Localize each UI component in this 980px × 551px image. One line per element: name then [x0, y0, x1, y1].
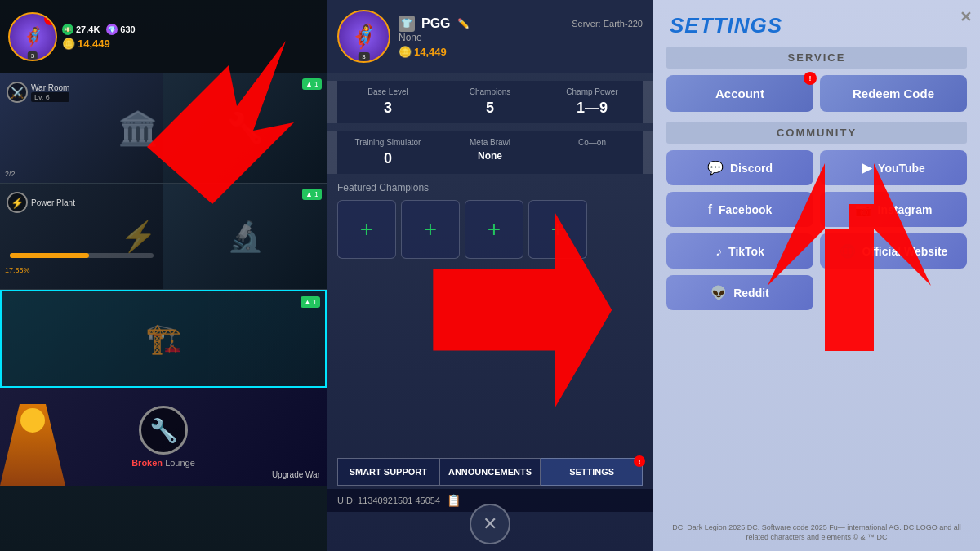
facebook-button[interactable]: f Facebook — [666, 192, 813, 227]
power-plant-label: Power Plant — [31, 198, 75, 207]
account-button[interactable]: Account ! — [666, 75, 813, 112]
cash-value: 27.4K — [76, 24, 100, 34]
left-panel: 🦸‍♀️ ! 3 💵 27.4K 💎 630 🪙 14,449 — [0, 0, 327, 551]
stat-label-3: Champ Power — [546, 87, 638, 96]
stat-value-2: 5 — [444, 100, 536, 117]
champ-slot-2[interactable]: + — [401, 200, 460, 259]
stat-co: Co—on — [541, 131, 643, 174]
reddit-icon: 👽 — [710, 285, 727, 300]
stat-value-1: 3 — [342, 100, 434, 117]
upgrade-badge-2: ▲ 1 — [302, 189, 322, 200]
middle-panel: 🦸‍♀️ 3 👕 PGG ✏️ Server: Earth-220 None 🪙… — [327, 0, 653, 551]
official-website-button[interactable]: 🌐 Official Website — [820, 233, 967, 269]
profile-guild: None — [399, 32, 643, 43]
settings-button[interactable]: SETTINGS ! — [541, 458, 643, 486]
hud-resources: 💵 27.4K 💎 630 🪙 14,449 — [62, 24, 318, 50]
close-button[interactable]: ✕ — [470, 504, 510, 544]
discord-button[interactable]: 💬 Discord — [666, 150, 813, 185]
stat-label-2: Champions — [444, 87, 536, 96]
featured-champions-section: Featured Champions + + + + — [327, 174, 653, 267]
facebook-icon: f — [708, 202, 712, 217]
profile-server: Server: Earth-220 — [572, 19, 643, 29]
stat-value-5: None — [444, 150, 536, 162]
reddit-button[interactable]: 👽 Reddit — [666, 275, 813, 310]
coin-icon: 🪙 — [62, 38, 75, 50]
right-num-2: 1 — [314, 190, 318, 198]
account-label: Account — [715, 87, 764, 100]
featured-title: Featured Champions — [337, 182, 643, 193]
stat-champ-power: Champ Power 1—9 — [541, 81, 643, 123]
gem-icon: 💎 — [106, 24, 118, 35]
tiktok-label: TikTok — [728, 245, 764, 258]
top-hud: 🦸‍♀️ ! 3 💵 27.4K 💎 630 🪙 14,449 — [0, 0, 327, 73]
gem-value: 630 — [120, 24, 135, 34]
discord-icon: 💬 — [707, 160, 724, 176]
war-room-level: Lv. 6 — [31, 92, 69, 102]
profile-name: PGG — [421, 16, 451, 31]
instagram-icon: 📷 — [855, 202, 871, 217]
discord-label: Discord — [730, 162, 773, 175]
official-icon: 🌐 — [840, 243, 856, 259]
stat-meta-brawl: Meta Brawl None — [439, 131, 541, 174]
broken-label: Broken Lounge — [131, 458, 195, 468]
lounge-label: Lounge — [165, 458, 195, 468]
power-plant-progress: 17:55% — [5, 266, 158, 274]
service-section-label: SERVICE — [666, 47, 967, 69]
youtube-button[interactable]: ▶ YouTube — [820, 150, 967, 185]
gem-resource: 💎 630 — [106, 24, 135, 35]
profile-gold: 🪙 14,449 — [399, 46, 643, 58]
smart-support-button[interactable]: SMART SUPPORT — [337, 458, 439, 486]
avatar-level: 3 — [28, 51, 38, 60]
community-section-label: COMMUNITY — [666, 122, 967, 144]
building-row-2: ⚡ Power Plant 17:55% ⚡ 🔬 ▲ 1 — [0, 184, 327, 290]
reddit-label: Reddit — [733, 287, 769, 300]
war-room-building[interactable]: ⚔️ War Room Lv. 6 2/2 🏛️ — [0, 73, 163, 183]
champ-slot-1[interactable]: + — [337, 200, 396, 259]
announcements-button[interactable]: ANNOUNCEMENTS — [439, 458, 541, 486]
player-avatar[interactable]: 🦸‍♀️ ! 3 — [8, 12, 57, 61]
profile-level: 3 — [358, 52, 369, 61]
hud-top-row: 💵 27.4K 💎 630 — [62, 24, 318, 35]
right-num-1: 1 — [314, 80, 318, 88]
redeem-code-button[interactable]: Redeem Code — [820, 75, 967, 112]
tiktok-button[interactable]: ♪ TikTok — [666, 233, 813, 269]
champ-slot-3[interactable]: + — [465, 200, 523, 259]
building-right-1: 🔧 ▲ 1 — [163, 73, 327, 183]
building-row-3[interactable]: 🏗️ ▲ 1 — [0, 290, 327, 388]
stat-base-level: Base Level 3 — [337, 81, 439, 123]
settings-notification: ! — [634, 455, 645, 467]
stat-label-6: Co—on — [546, 138, 638, 147]
service-buttons: Account ! Redeem Code — [653, 75, 980, 122]
footer-text: DC: Dark Legion 2025 DC. Software code 2… — [653, 522, 980, 543]
stats-grid-2: Training Simulator 0 Meta Brawl None Co—… — [327, 131, 653, 174]
champ-slot-4[interactable]: + — [528, 200, 587, 259]
instagram-button[interactable]: 📷 Instagram — [820, 192, 967, 227]
building-right-2: 🔬 ▲ 1 — [163, 184, 327, 289]
uid-text: UID: 11340921501 45054 — [337, 495, 440, 505]
account-notification: ! — [804, 72, 817, 85]
power-plant-percent: 17:55% — [5, 266, 158, 274]
profile-info: 👕 PGG ✏️ Server: Earth-220 None 🪙 14,449 — [399, 16, 643, 58]
right-num-3: 1 — [313, 298, 317, 306]
coin-resource: 🪙 14,449 — [62, 38, 318, 50]
champ-slots: + + + + — [337, 200, 643, 259]
buildings-area: ⚔️ War Room Lv. 6 2/2 🏛️ 🔧 ▲ 1 — [0, 73, 327, 551]
building-row-4: 🔧 Broken Lounge Upgrade War — [0, 388, 327, 486]
copy-icon[interactable]: 📋 — [447, 494, 461, 507]
settings-label: SETTINGS — [569, 467, 614, 477]
war-room-sublabel: 2/2 — [5, 170, 16, 178]
cash-icon: 💵 — [62, 24, 74, 35]
edit-icon[interactable]: ✏️ — [457, 18, 470, 29]
right-panel: ✕ SETTINGS SERVICE Account ! Redeem Code… — [653, 0, 980, 551]
cash-resource: 💵 27.4K — [62, 24, 100, 35]
avatar-notification: ! — [44, 12, 57, 25]
upgrade-war-label: Upgrade War — [272, 470, 320, 479]
tiktok-icon: ♪ — [715, 244, 722, 259]
gold-value: 14,449 — [414, 46, 447, 58]
stat-training: Training Simulator 0 — [337, 131, 439, 174]
power-plant-building[interactable]: ⚡ Power Plant 17:55% ⚡ — [0, 184, 163, 289]
character-silhouette — [0, 404, 65, 486]
stat-value-3: 1—9 — [546, 100, 638, 117]
settings-close-button[interactable]: ✕ — [960, 8, 972, 26]
war-room-label: War Room — [31, 83, 69, 92]
